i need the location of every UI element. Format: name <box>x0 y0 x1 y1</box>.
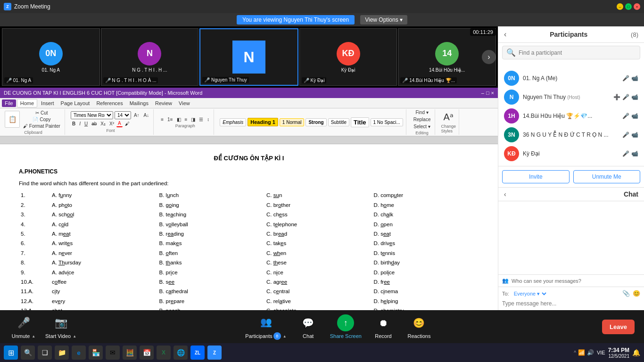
style-normal[interactable]: 1 Normal <box>280 118 305 126</box>
notification-icon[interactable]: 🔔 <box>632 349 640 356</box>
copy-button[interactable]: 📄 Copy <box>22 116 62 123</box>
q4-row: 4. A. cold B. volleyball C. telephone D.… <box>19 220 479 229</box>
search-input[interactable] <box>519 49 636 56</box>
start-button[interactable]: ⊞ <box>4 346 18 360</box>
style-no-spacing[interactable]: 1 No Spaci... <box>371 118 403 126</box>
numbering-button[interactable]: 1≡ <box>166 116 174 123</box>
participant-avatar-5: KĐ <box>504 146 519 161</box>
font-name-select[interactable]: Times New Rom <box>71 111 113 119</box>
select-button[interactable]: Select ▾ <box>412 123 432 130</box>
share-screen-toolbar-button[interactable]: ↑ Share Screen <box>330 314 362 339</box>
emoji-icon[interactable]: 😊 <box>633 290 640 297</box>
volume-icon: 🔊 <box>587 349 594 356</box>
style-subtitle[interactable]: Subtitle <box>328 118 349 126</box>
menu-page-layout[interactable]: Page Layout <box>58 99 93 107</box>
bullets-button[interactable]: ≡ <box>159 116 165 123</box>
menu-view[interactable]: View <box>176 99 193 107</box>
word-minimize[interactable]: – <box>481 90 484 96</box>
menu-review[interactable]: Review <box>152 99 175 107</box>
unmute-toolbar-button[interactable]: 🎤 Unmute ▲ <box>9 314 38 339</box>
taskbar-right: ^ 📶 🔊 VIE 7:34 PM 12/5/2021 🔔 <box>574 347 640 359</box>
zalo-taskbar[interactable]: ZL <box>190 346 205 360</box>
strikethrough-button[interactable]: ab <box>90 121 98 127</box>
doc-frame: DE CUONG ON TAP KI I ENGLISH 6 CUC HOT [… <box>0 88 498 310</box>
minimize-button[interactable]: – <box>617 3 623 10</box>
reactions-toolbar-button[interactable]: 😊 Reactions <box>405 314 433 339</box>
close-button[interactable]: × <box>634 3 640 10</box>
q11-row: 11.A. city B. cathedral C. central D. ci… <box>19 287 479 296</box>
section-a-title: A.PHONETICS <box>19 167 479 176</box>
align-center-button[interactable]: ≡ <box>183 116 189 123</box>
taskbar-date-display: 12/5/2021 <box>608 354 629 359</box>
unmute-icon: 🎤 <box>15 314 32 331</box>
tray-chevron[interactable]: ^ <box>574 350 576 355</box>
maximize-button[interactable]: □ <box>625 3 632 10</box>
change-styles-button[interactable]: Aᵃ <box>442 111 455 123</box>
menu-mailings[interactable]: Mailings <box>127 99 151 107</box>
participants-toolbar-button[interactable]: 👥 Participants 8 ▲ <box>245 313 286 340</box>
style-emphasis[interactable]: Emphasis <box>220 118 246 126</box>
chrome-taskbar[interactable]: 🌐 <box>173 346 188 360</box>
doc-inner: DE CUONG ON TAP KI I ENGLISH 6 CUC HOT [… <box>0 88 498 310</box>
chat-toolbar-button[interactable]: 💬 Chat <box>294 314 322 339</box>
file-explorer-taskbar[interactable]: 📁 <box>55 346 69 360</box>
subscript-button[interactable]: X₂ <box>99 121 107 127</box>
attachment-icon[interactable]: 📎 <box>622 290 630 297</box>
search-taskbar-button[interactable]: 🔍 <box>21 346 35 360</box>
record-toolbar-button[interactable]: ⏺ Record <box>369 314 397 339</box>
mute-icon-4: 🎤 <box>622 132 629 138</box>
underline-button[interactable]: U <box>83 121 89 127</box>
font-color-button[interactable]: A <box>116 120 123 127</box>
word-maximize[interactable]: □ <box>486 90 489 96</box>
store-taskbar[interactable]: 🏪 <box>89 346 103 360</box>
paragraph-label: Paragraph <box>175 123 195 128</box>
everyone-select[interactable]: Everyone ▾ <box>512 290 548 297</box>
leave-button[interactable]: Leave <box>602 320 635 334</box>
excel-taskbar[interactable]: X <box>157 346 171 360</box>
font-size-select[interactable]: 14 <box>115 111 131 119</box>
invite-button[interactable]: Invite <box>502 170 570 183</box>
participant-row-2: N Nguyen Thi Thuy (Host) ➕ 🎤 📹 <box>501 88 641 107</box>
start-video-toolbar-button[interactable]: 📷 Start Video ▲ <box>45 314 76 339</box>
italic-button[interactable]: I <box>78 121 82 127</box>
style-strong[interactable]: Strong <box>305 118 326 126</box>
line-spacing-button[interactable]: ↕ <box>206 116 211 123</box>
view-options-button[interactable]: View Options ▾ <box>360 15 407 25</box>
zoom-taskbar[interactable]: Z <box>207 346 222 360</box>
participant-bottom-name-4: 🎤 Kỳ Đại <box>302 77 327 83</box>
justify-button[interactable]: ☰ <box>198 116 205 123</box>
unmute-me-button[interactable]: Unmute Me <box>573 170 641 183</box>
paste-button[interactable]: 📋 <box>5 111 20 128</box>
reactions-icon: 😊 <box>411 314 428 331</box>
message-input[interactable] <box>502 300 640 307</box>
style-heading1[interactable]: Heading 1 <box>248 118 278 126</box>
menu-insert[interactable]: Insert <box>38 99 57 107</box>
chat-collapse-chevron[interactable]: ‹ <box>504 190 506 198</box>
word-close[interactable]: × <box>491 90 494 96</box>
chat-header: ‹ Chat <box>498 188 644 201</box>
align-right-button[interactable]: ◨ <box>190 116 197 123</box>
editing-label: Editing <box>415 131 429 135</box>
superscript-button[interactable]: X² <box>108 121 116 127</box>
highlight-button[interactable]: 🖌 <box>124 121 131 127</box>
sidebar-collapse-chevron[interactable]: ‹ <box>504 30 506 39</box>
mail-taskbar[interactable]: ✉ <box>106 346 120 360</box>
menu-references[interactable]: References <box>93 99 125 107</box>
task-view-button[interactable]: ❑ <box>38 346 52 360</box>
find-button[interactable]: Find ▾ <box>412 109 432 115</box>
align-left-button[interactable]: ◧ <box>175 116 182 123</box>
calc-taskbar[interactable]: 🧮 <box>123 346 137 360</box>
cut-button[interactable]: ✂ Cut <box>22 110 62 116</box>
bold-button[interactable]: B <box>71 121 77 127</box>
menu-file[interactable]: File <box>2 99 16 107</box>
replace-button[interactable]: Replace <box>412 116 432 123</box>
next-participants-button[interactable]: › <box>482 50 496 64</box>
menu-home[interactable]: Home <box>17 99 37 107</box>
calendar-taskbar[interactable]: 📅 <box>140 346 154 360</box>
style-title[interactable]: Title <box>351 117 369 127</box>
participant-bottom-name-5: 🎤 14.Bùi Hữu Hiệu 🏆... <box>400 77 457 83</box>
increase-font-button[interactable]: A↑ <box>132 112 141 118</box>
edge-taskbar[interactable]: e <box>72 346 86 360</box>
decrease-font-button[interactable]: A↓ <box>142 112 151 118</box>
format-painter-button[interactable]: 🖌 Format Painter <box>22 123 62 129</box>
